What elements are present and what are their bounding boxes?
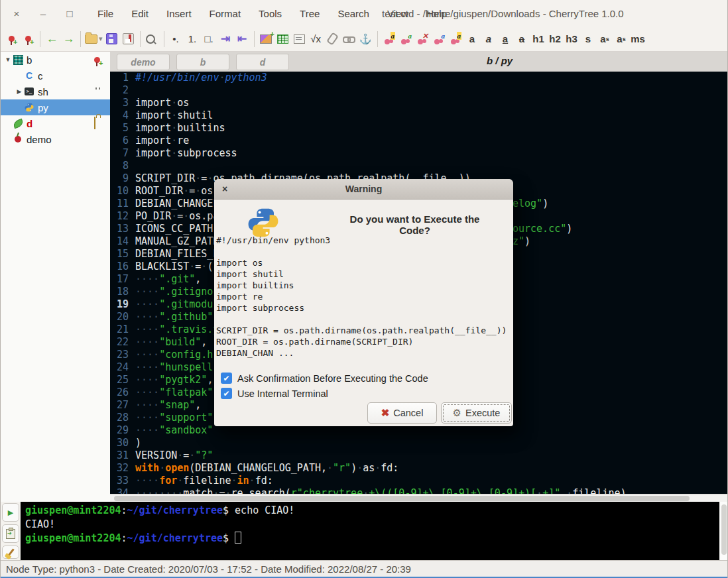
- window-close-button[interactable]: ×: [3, 0, 30, 27]
- scrollbar-thumb[interactable]: [114, 496, 690, 501]
- terminal-scrollbar[interactable]: [719, 502, 728, 560]
- insert-image-icon[interactable]: [259, 30, 274, 48]
- insert-codebox-icon[interactable]: [292, 30, 307, 48]
- window-minimize-button[interactable]: –: [30, 0, 56, 27]
- window-maximize-button[interactable]: □: [56, 0, 83, 27]
- checkbox-checked-icon[interactable]: ✔: [221, 388, 232, 399]
- tree-node-demo[interactable]: demo: [1, 131, 110, 147]
- node-child-add-icon[interactable]: [21, 30, 36, 48]
- editor-line-code: [133, 84, 135, 97]
- save-as-icon[interactable]: [121, 30, 136, 48]
- insert-table-icon[interactable]: [275, 30, 290, 48]
- window-title: test.ctd - /home/giuspen/Downloads - Che…: [382, 0, 624, 27]
- paperclip-icon: [326, 32, 339, 45]
- code-preview: #!/usr/bin/env python3 import osimport s…: [216, 235, 507, 359]
- terminal-clean-button[interactable]: [2, 546, 19, 559]
- format-latest-icon[interactable]: a: [382, 30, 397, 48]
- editor-line: 2: [110, 84, 728, 97]
- cherry-format-icon: a: [450, 34, 461, 44]
- menu-file[interactable]: File: [95, 7, 116, 21]
- format-bold-icon[interactable]: a: [465, 30, 480, 48]
- scrollbar-thumb[interactable]: [721, 504, 727, 555]
- tree-node-d[interactable]: d: [1, 115, 110, 131]
- expander-icon[interactable]: ▼: [3, 56, 13, 63]
- bulleted-list-icon[interactable]: •.: [168, 30, 184, 48]
- menu-search[interactable]: Search: [335, 7, 372, 21]
- format-foreground-icon[interactable]: a: [432, 30, 447, 48]
- todo-list-icon[interactable]: □.: [202, 30, 217, 48]
- dialog-close-icon[interactable]: ×: [222, 184, 227, 194]
- format-underline-icon[interactable]: a: [498, 30, 513, 48]
- attach-file-icon[interactable]: [325, 30, 340, 48]
- editor-line-code: ····for·fileline·in·fd:: [133, 475, 273, 487]
- find-icon[interactable]: [145, 30, 160, 48]
- menu-edit[interactable]: Edit: [129, 7, 151, 21]
- editor-line: 8: [110, 160, 728, 172]
- editor-line-code: with·open(DEBIAN_CHANGELOG_PATH,·"r")·as…: [133, 462, 398, 475]
- format-h2-icon[interactable]: h2: [548, 30, 563, 48]
- indent-more-icon[interactable]: ⇥: [218, 30, 233, 48]
- tree-node-b[interactable]: ▼b: [1, 52, 110, 68]
- editor-horizontal-scrollbar[interactable]: [110, 494, 728, 502]
- editor-line-code: import·shutil: [133, 109, 213, 122]
- tree-panel: ▼bCc▶>_shpyddemo: [1, 52, 111, 502]
- menu-tools[interactable]: Tools: [256, 7, 284, 21]
- internal-terminal-checkbox-row[interactable]: ✔ Use Internal Terminal: [221, 388, 328, 399]
- terminal-paste-button[interactable]: [2, 524, 19, 543]
- format-subscript-icon[interactable]: as: [614, 30, 629, 48]
- red-x-icon: ✖: [381, 407, 390, 419]
- checkbox-checked-icon[interactable]: ✔: [221, 373, 232, 384]
- format-remove-icon[interactable]: a: [398, 30, 414, 48]
- tree-node-c[interactable]: Cc: [1, 68, 110, 84]
- terminal-output[interactable]: giuspen@mint2204:~/git/cherrytree$ echo …: [21, 502, 719, 560]
- cherry-format-icon: a: [400, 34, 411, 44]
- editor-line-code: import·builtins: [133, 122, 225, 135]
- go-forward-icon[interactable]: →: [61, 30, 76, 48]
- line-number: 19: [110, 298, 133, 311]
- format-background-icon[interactable]: a: [448, 30, 463, 48]
- line-number: 15: [110, 248, 133, 260]
- expander-icon[interactable]: ▶: [15, 88, 24, 95]
- line-number: 10: [110, 185, 133, 198]
- format-superscript-icon[interactable]: as: [597, 30, 613, 48]
- cherry-format-icon: a: [384, 34, 394, 44]
- format-strike-icon[interactable]: a: [515, 30, 530, 48]
- folder-icon: [85, 34, 97, 44]
- save-icon[interactable]: [104, 30, 119, 48]
- tree-node-py[interactable]: py: [1, 99, 110, 115]
- menu-format[interactable]: Format: [207, 7, 244, 21]
- format-h1-icon[interactable]: h1: [531, 30, 546, 48]
- execute-button[interactable]: ⚙ Execute: [441, 402, 512, 424]
- tree-node-sh[interactable]: ▶>_sh: [1, 84, 110, 99]
- menu-tree[interactable]: Tree: [297, 7, 322, 21]
- go-back-icon[interactable]: ←: [44, 30, 60, 48]
- insert-formula-icon[interactable]: √x: [308, 30, 324, 48]
- editor-line-code: ): [133, 437, 141, 449]
- format-clear-icon[interactable]: ✕: [415, 30, 430, 48]
- numbered-list-icon[interactable]: 1.: [185, 30, 200, 48]
- ask-confirmation-checkbox-row[interactable]: ✔ Ask Confirmation Before Executing the …: [221, 373, 428, 384]
- tree-node-label: py: [38, 102, 48, 113]
- format-monospace-icon[interactable]: ms: [631, 30, 646, 48]
- floppy-as-icon: [123, 33, 134, 44]
- insert-anchor-icon[interactable]: ⚓: [358, 30, 373, 48]
- menu-insert[interactable]: Insert: [164, 7, 194, 21]
- line-number: 25: [110, 374, 133, 386]
- tree-node-label: b: [27, 54, 32, 66]
- lock-icon: [94, 117, 105, 128]
- format-italic-icon[interactable]: a: [481, 30, 497, 48]
- format-h3-icon[interactable]: h3: [564, 30, 579, 48]
- bookmark-tab-d[interactable]: d: [236, 54, 289, 70]
- editor-line-code: ····"hunspell",: [133, 361, 225, 374]
- insert-link-icon[interactable]: [341, 30, 357, 48]
- terminal-run-button[interactable]: ▶: [2, 503, 19, 522]
- format-small-icon[interactable]: s: [581, 30, 596, 48]
- open-file-icon[interactable]: ▾: [85, 30, 103, 48]
- node-add-icon[interactable]: [4, 30, 19, 48]
- tree-node-label: d: [27, 118, 32, 129]
- bookmark-tab-b[interactable]: b: [176, 54, 229, 70]
- cancel-button[interactable]: ✖ Cancel: [367, 402, 437, 424]
- indent-less-icon[interactable]: ⇤: [235, 30, 250, 48]
- editor-line: 31VERSION·=·"?": [110, 449, 728, 462]
- bookmark-tab-demo[interactable]: demo: [117, 54, 170, 70]
